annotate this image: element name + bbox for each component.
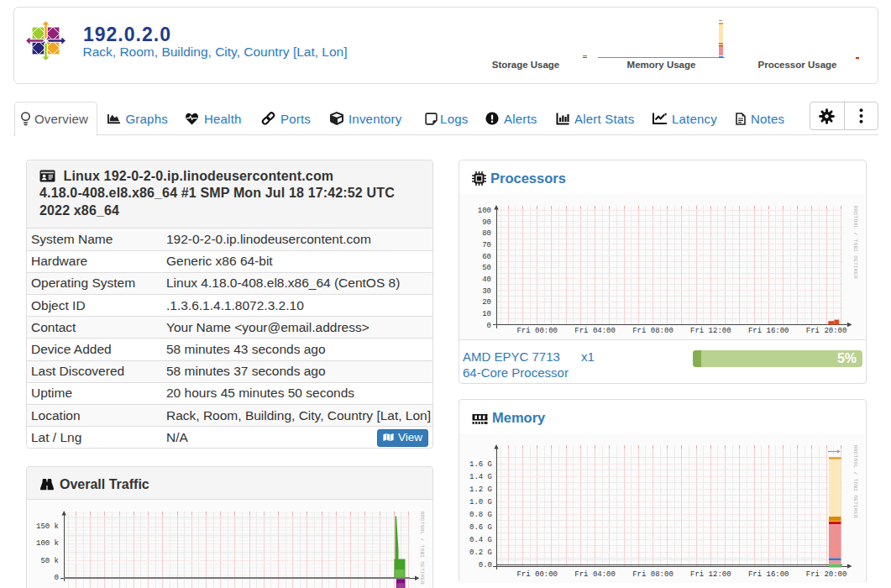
svg-text:70: 70 (482, 241, 491, 249)
svg-text:Fri 16:00: Fri 16:00 (748, 570, 789, 579)
svg-text:Fri 04:00: Fri 04:00 (574, 327, 616, 335)
svg-text:Fri 20:00: Fri 20:00 (806, 327, 847, 335)
svg-text:80: 80 (482, 229, 491, 238)
svg-text:100: 100 (478, 207, 491, 215)
svg-text:1.0 G: 1.0 G (469, 498, 492, 507)
svg-text:30: 30 (482, 287, 491, 296)
svg-text:1.2 G: 1.2 G (469, 486, 492, 494)
svg-text:Fri 12:00: Fri 12:00 (690, 570, 731, 579)
svg-text:Fri 08:00: Fri 08:00 (632, 327, 673, 335)
svg-text:Fri 00:00: Fri 00:00 (516, 570, 558, 579)
svg-text:Fri 12:00: Fri 12:00 (690, 327, 731, 335)
svg-text:0.8 G: 0.8 G (469, 511, 492, 519)
svg-text:Fri 20:00: Fri 20:00 (806, 570, 847, 579)
svg-text:60: 60 (482, 253, 491, 261)
svg-text:Fri 16:00: Fri 16:00 (748, 327, 789, 335)
svg-text:40: 40 (482, 276, 491, 284)
svg-text:1.6 G: 1.6 G (469, 460, 492, 469)
svg-text:0: 0 (55, 574, 59, 582)
svg-text:RRDTOOL / TOBI OETIKER: RRDTOOL / TOBI OETIKER (852, 206, 858, 279)
svg-text:20: 20 (482, 298, 491, 307)
svg-text:10: 10 (482, 310, 491, 318)
svg-text:RRDTOOL / TOBI OETIKER: RRDTOOL / TOBI OETIKER (419, 512, 425, 585)
svg-text:Fri 00:00: Fri 00:00 (516, 327, 558, 335)
svg-text:0.6 G: 0.6 G (469, 523, 492, 532)
svg-text:0.4 G: 0.4 G (469, 536, 492, 544)
svg-text:Fri 08:00: Fri 08:00 (632, 570, 673, 579)
svg-text:0.0: 0.0 (479, 561, 492, 570)
svg-text:0: 0 (487, 322, 491, 330)
svg-text:50 k: 50 k (40, 557, 59, 565)
svg-text:90: 90 (482, 218, 491, 227)
svg-text:0.2 G: 0.2 G (469, 549, 492, 557)
svg-text:RRDTOOL / TOBI OETIKER: RRDTOOL / TOBI OETIKER (852, 445, 858, 518)
svg-text:150 k: 150 k (36, 522, 59, 531)
svg-text:50: 50 (482, 264, 491, 272)
svg-text:1.4 G: 1.4 G (469, 473, 492, 481)
svg-text:Fri 04:00: Fri 04:00 (574, 570, 616, 579)
svg-text:100 k: 100 k (36, 539, 59, 548)
